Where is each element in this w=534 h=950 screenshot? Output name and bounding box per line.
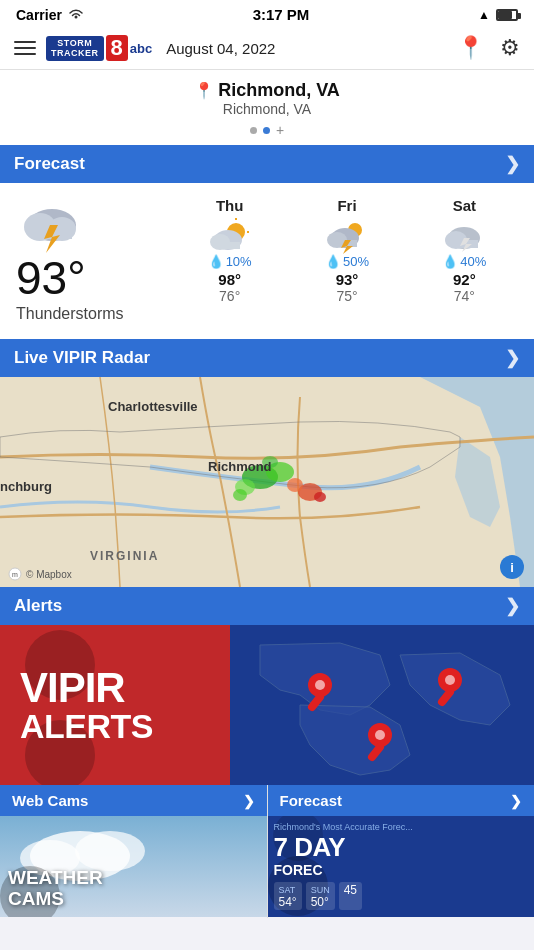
- dot-add[interactable]: +: [276, 123, 284, 137]
- forecast-7day-title: 7 DAY: [274, 834, 529, 860]
- wifi-icon: [68, 7, 84, 23]
- svg-rect-12: [216, 242, 240, 249]
- fri-hi: 93°: [336, 271, 359, 288]
- alerts-card[interactable]: VIPIR ALERTS: [0, 625, 534, 785]
- forecast-bottom-card[interactable]: Forecast ❯ Richmond's Most Accurate Fore…: [268, 785, 535, 918]
- carrier-label: Carrier: [16, 7, 62, 23]
- mapbox-credit: m © Mapbox: [8, 567, 72, 581]
- webcams-card[interactable]: Web Cams ❯ WEATHER: [0, 785, 267, 918]
- svg-point-40: [445, 675, 455, 685]
- menu-button[interactable]: [14, 41, 36, 55]
- forecast-days: Thu 💧 10% 98° 76°: [176, 197, 518, 304]
- logo-storm: STORM: [57, 38, 92, 48]
- forecast-day-sat: Sat 💧 40% 92° 74°: [429, 197, 499, 304]
- header-icons: 📍 ⚙: [457, 35, 520, 61]
- svg-point-38: [375, 730, 385, 740]
- location-pin-icon[interactable]: 📍: [457, 35, 484, 61]
- location-section: 📍 Richmond, VA Richmond, VA +: [0, 70, 534, 145]
- thu-lo: 76°: [219, 288, 240, 304]
- current-temp: 93°: [16, 255, 86, 301]
- sat-precip: 💧 40%: [442, 254, 486, 269]
- location-name: Richmond, VA: [218, 80, 340, 101]
- app-header: STORM TRACKER 8 abc August 04, 2022 📍 ⚙: [0, 27, 534, 70]
- current-weather-icon: [16, 197, 88, 255]
- location-dots: +: [16, 123, 518, 137]
- state-label: VIRGINIA: [90, 549, 159, 563]
- forecast-tagline: Richmond's Most Accurate Forec...: [274, 822, 529, 832]
- logo-tracker: TRACKER: [51, 48, 99, 58]
- forecast-day-fri: Fri 💧 50% 93° 75°: [312, 197, 382, 304]
- radar-chevron-icon: ❯: [505, 347, 520, 369]
- day-fri-label: Fri: [337, 197, 356, 214]
- forecast-bottom-chevron-icon: ❯: [510, 793, 522, 809]
- webcams-chevron-icon: ❯: [243, 793, 255, 809]
- mapbox-logo-icon: m: [8, 567, 22, 581]
- alerts-section-label: Alerts: [14, 596, 62, 616]
- forecast-forec-label: FOREC: [274, 862, 529, 878]
- alerts-sub-label: ALERTS: [20, 709, 153, 743]
- location-indicator-icon: 📍: [194, 81, 214, 100]
- thu-hi: 98°: [218, 271, 241, 288]
- dot-inactive[interactable]: [250, 127, 257, 134]
- location-arrow-icon: ▲: [478, 8, 490, 22]
- current-condition: Thunderstorms: [16, 305, 124, 323]
- day-sat-label: Sat: [453, 197, 476, 214]
- radar-section-label: Live VIPIR Radar: [14, 348, 150, 368]
- app-logo: STORM TRACKER 8 abc: [46, 35, 152, 61]
- forecast-temp-extra: 45: [339, 882, 362, 910]
- radar-section-header[interactable]: Live VIPIR Radar ❯: [0, 339, 534, 377]
- forecast-card: 93° Thunderstorms Thu 💧 1: [0, 183, 534, 339]
- svg-point-36: [315, 680, 325, 690]
- forecast-current: 93° Thunderstorms: [16, 197, 176, 323]
- map-city-charlottesville: Charlottesville: [108, 399, 198, 414]
- webcams-header[interactable]: Web Cams ❯: [0, 785, 267, 816]
- alerts-chevron-icon: ❯: [505, 595, 520, 617]
- status-left: Carrier: [16, 7, 84, 23]
- settings-icon[interactable]: ⚙: [500, 35, 520, 61]
- fri-precip: 💧 50%: [325, 254, 369, 269]
- bottom-cards: Web Cams ❯ WEATHER: [0, 785, 534, 918]
- svg-text:m: m: [12, 571, 18, 578]
- map-city-lynchburg: nchburg: [0, 479, 52, 494]
- logo-number: 8: [106, 35, 128, 61]
- thu-weather-icon: [208, 218, 252, 254]
- svg-point-29: [233, 489, 247, 501]
- forecast-temp-row: SAT 54° SUN 50° 45: [274, 882, 529, 910]
- thu-precip: 💧 10%: [208, 254, 252, 269]
- svg-point-45: [75, 831, 145, 871]
- forecast-chevron-icon: ❯: [505, 153, 520, 175]
- forecast-day-sun: SUN 50°: [306, 882, 335, 910]
- forecast-section-label: Forecast: [14, 154, 85, 174]
- alerts-text: VIPIR ALERTS: [0, 647, 173, 763]
- radar-map[interactable]: Charlottesville Richmond nchburg VIRGINI…: [0, 377, 534, 587]
- battery-icon: [496, 9, 518, 21]
- svg-point-27: [287, 478, 303, 492]
- day-thu-label: Thu: [216, 197, 244, 214]
- map-city-richmond: Richmond: [208, 459, 272, 474]
- alerts-vipir-label: VIPIR: [20, 667, 153, 709]
- map-svg: [0, 377, 534, 587]
- svg-point-28: [314, 492, 326, 502]
- forecast-bottom-header[interactable]: Forecast ❯: [268, 785, 535, 816]
- alerts-section-header[interactable]: Alerts ❯: [0, 587, 534, 625]
- webcams-line2: CAMS: [8, 889, 103, 910]
- fri-lo: 75°: [336, 288, 357, 304]
- sat-hi: 92°: [453, 271, 476, 288]
- fri-weather-icon: [325, 218, 369, 254]
- webcams-label: Web Cams: [12, 792, 88, 809]
- forecast-day-thu: Thu 💧 10% 98° 76°: [195, 197, 265, 304]
- webcams-text: WEATHER CAMS: [8, 868, 103, 910]
- sat-weather-icon: [442, 218, 486, 254]
- logo-abc: abc: [130, 41, 152, 56]
- header-date: August 04, 2022: [166, 40, 447, 57]
- forecast-bottom-label: Forecast: [280, 792, 343, 809]
- location-subname: Richmond, VA: [16, 101, 518, 117]
- dot-active[interactable]: [263, 127, 270, 134]
- forecast-day-sat: SAT 54°: [274, 882, 302, 910]
- status-right: ▲: [478, 8, 518, 22]
- forecast-bottom-content: Richmond's Most Accurate Forec... 7 DAY …: [268, 816, 535, 917]
- forecast-section-header[interactable]: Forecast ❯: [0, 145, 534, 183]
- webcams-content: WEATHER CAMS: [0, 816, 267, 917]
- mapbox-label: © Mapbox: [26, 569, 72, 580]
- status-bar: Carrier 3:17 PM ▲: [0, 0, 534, 27]
